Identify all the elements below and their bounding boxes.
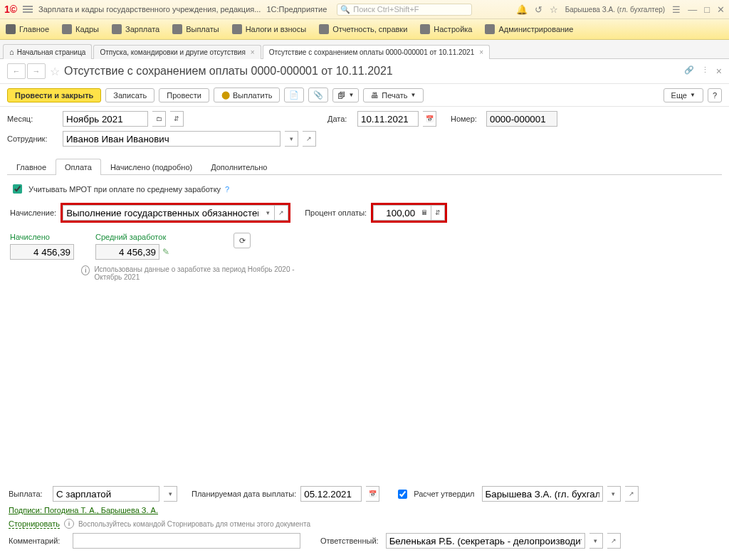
chevron-down-icon[interactable]: ▾ bbox=[285, 131, 298, 147]
minimize-icon[interactable]: — bbox=[688, 4, 697, 15]
printer-icon: 🖶 bbox=[371, 91, 379, 100]
post-button[interactable]: Провести bbox=[159, 88, 209, 102]
history-icon[interactable]: ↺ bbox=[535, 4, 542, 15]
mrot-checkbox[interactable] bbox=[13, 184, 22, 194]
chevron-down-icon: ▼ bbox=[348, 92, 354, 98]
spinner-icon[interactable]: ⇵ bbox=[431, 205, 445, 221]
close-tab-icon[interactable]: × bbox=[479, 48, 483, 56]
open-icon[interactable]: ↗ bbox=[625, 486, 639, 502]
help-icon[interactable]: ? bbox=[225, 185, 229, 194]
app-title: Зарплата и кадры государственного учрежд… bbox=[38, 5, 261, 14]
signatures-link[interactable]: Подписи: Погодина Т. А., Барышева З. А. bbox=[9, 506, 158, 514]
doc-icon-button[interactable]: 📄 bbox=[284, 88, 304, 102]
refresh-button[interactable]: ⟳ bbox=[234, 233, 251, 248]
date-label: Дата: bbox=[327, 115, 353, 123]
help-button[interactable]: ? bbox=[708, 88, 722, 102]
tab-home[interactable]: ⌂Начальная страница bbox=[3, 44, 92, 59]
document-tabs: ⌂Начальная страница Отпуска, командировк… bbox=[0, 40, 729, 59]
chevron-down-icon[interactable]: ▾ bbox=[589, 533, 603, 549]
lines-icon[interactable]: ☰ bbox=[672, 4, 681, 15]
storno-link[interactable]: Сторнировать bbox=[9, 519, 60, 529]
accrued-label: Начислено bbox=[10, 233, 74, 241]
avg-value bbox=[95, 244, 159, 260]
bell-icon[interactable]: 🔔 bbox=[516, 4, 528, 15]
platform-title: 1С:Предприятие bbox=[266, 5, 327, 14]
print-button[interactable]: 🖶Печать▼ bbox=[363, 88, 424, 102]
chevron-down-icon[interactable]: ▾ bbox=[261, 205, 275, 221]
date-field[interactable] bbox=[357, 111, 419, 127]
search-placeholder: Поиск Ctrl+Shift+F bbox=[353, 5, 419, 14]
comment-field[interactable] bbox=[73, 533, 300, 549]
close-tab-icon[interactable]: × bbox=[251, 48, 255, 56]
global-search[interactable]: 🔍 Поиск Ctrl+Shift+F bbox=[337, 4, 472, 16]
employee-label: Сотрудник: bbox=[7, 134, 58, 143]
subtab-extra[interactable]: Дополнительно bbox=[201, 159, 276, 175]
menu-hr[interactable]: Кадры bbox=[62, 24, 99, 34]
menu-burger-icon[interactable] bbox=[23, 4, 33, 14]
menu-salary[interactable]: Зарплата bbox=[112, 24, 159, 34]
percent-highlight: 🖩 ⇵ bbox=[371, 203, 447, 223]
menu-reports[interactable]: Отчетность, справки bbox=[319, 24, 407, 34]
pay-button[interactable]: ⬤Выплатить bbox=[214, 88, 280, 102]
tab-vacations[interactable]: Отпуска, командировки и другие отсутстви… bbox=[93, 45, 261, 59]
percent-label: Процент оплаты: bbox=[305, 208, 367, 217]
wrench-icon bbox=[420, 24, 430, 34]
plan-date-label: Планируемая дата выплаты: bbox=[192, 490, 296, 498]
chevron-down-icon[interactable]: ▾ bbox=[164, 486, 177, 502]
edit-pencil-icon[interactable]: ✎ bbox=[162, 247, 169, 257]
chevron-down-icon: ▼ bbox=[410, 92, 416, 98]
nav-back-button[interactable]: ← bbox=[7, 63, 26, 79]
copy-icon: 🗐 bbox=[337, 91, 345, 100]
percent-field[interactable] bbox=[373, 205, 418, 221]
payout-field[interactable] bbox=[53, 486, 159, 502]
plan-date-field[interactable] bbox=[300, 486, 362, 502]
calc-icon[interactable]: 🖩 bbox=[418, 205, 431, 221]
accrued-value bbox=[10, 244, 74, 260]
nav-forward-button[interactable]: → bbox=[27, 63, 46, 79]
close-window-icon[interactable]: ✕ bbox=[717, 4, 725, 15]
link-icon[interactable]: 🔗 bbox=[684, 65, 694, 77]
attach-button[interactable]: 📎 bbox=[308, 88, 328, 102]
subtab-main[interactable]: Главное bbox=[7, 159, 56, 175]
chevron-down-icon[interactable]: ▾ bbox=[607, 486, 621, 502]
maximize-icon[interactable]: □ bbox=[704, 4, 710, 15]
star-icon[interactable]: ☆ bbox=[550, 4, 558, 15]
calendar-icon[interactable]: 📅 bbox=[423, 111, 436, 127]
kebab-icon[interactable]: ⋮ bbox=[701, 65, 709, 77]
calendar-icon[interactable]: 🗀 bbox=[152, 111, 166, 127]
payment-tab-content: Учитывать МРОТ при оплате по среднему за… bbox=[0, 175, 729, 288]
subtabs: Главное Оплата Начислено (подробно) Допо… bbox=[7, 158, 722, 175]
open-icon[interactable]: ↗ bbox=[303, 131, 316, 147]
approved-by-field[interactable] bbox=[482, 486, 603, 502]
copy-button[interactable]: 🗐▼ bbox=[332, 88, 359, 102]
month-field[interactable] bbox=[63, 111, 148, 127]
open-icon[interactable]: ↗ bbox=[607, 533, 621, 549]
spinner-icon[interactable]: ⇵ bbox=[170, 111, 184, 127]
menu-taxes[interactable]: Налоги и взносы bbox=[232, 24, 307, 34]
post-and-close-button[interactable]: Провести и закрыть bbox=[7, 88, 101, 102]
percent-icon bbox=[232, 24, 242, 34]
menu-admin[interactable]: Администрирование bbox=[485, 24, 573, 34]
comment-label: Комментарий: bbox=[9, 537, 68, 545]
doc-header: ← → ☆ Отсутствие с сохранением оплаты 00… bbox=[0, 59, 729, 84]
open-icon[interactable]: ↗ bbox=[275, 205, 288, 221]
accrual-field[interactable] bbox=[63, 205, 261, 221]
subtab-payment[interactable]: Оплата bbox=[56, 159, 101, 175]
save-button[interactable]: Записать bbox=[105, 88, 154, 102]
close-doc-icon[interactable]: × bbox=[716, 65, 722, 77]
form-head: Месяц: 🗀 ⇵ Дата: 📅 Номер: Сотрудник: ▾ ↗ bbox=[0, 107, 729, 155]
subtab-accrued[interactable]: Начислено (подробно) bbox=[101, 159, 201, 175]
menu-settings[interactable]: Настройка bbox=[420, 24, 472, 34]
menu-main[interactable]: Главное bbox=[6, 24, 49, 34]
approved-checkbox[interactable] bbox=[398, 490, 407, 499]
current-user[interactable]: Барышева З.А. (гл. бухгалтер) bbox=[565, 6, 665, 14]
tab-absence-doc[interactable]: Отсутствие с сохранением оплаты 0000-000… bbox=[263, 45, 490, 59]
employee-field[interactable] bbox=[63, 131, 280, 147]
favorite-toggle-icon[interactable]: ☆ bbox=[50, 65, 60, 78]
number-field bbox=[486, 111, 557, 127]
menu-payouts[interactable]: Выплаты bbox=[172, 24, 219, 34]
calendar-icon[interactable]: 📅 bbox=[366, 486, 379, 502]
main-menu: Главное Кадры Зарплата Выплаты Налоги и … bbox=[0, 19, 729, 40]
more-button[interactable]: Еще▼ bbox=[664, 88, 703, 102]
responsible-field[interactable] bbox=[386, 533, 585, 549]
